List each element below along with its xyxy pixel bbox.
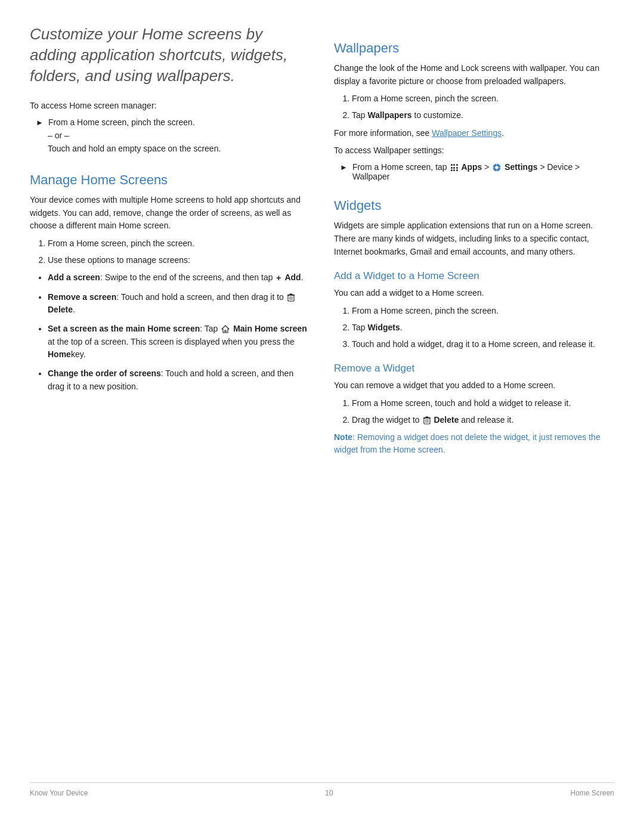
svg-rect-12 [424,418,430,424]
wallpaper-settings-link[interactable]: Wallpaper Settings [432,128,501,138]
wallpapers-body: Change the look of the Home and Lock scr… [334,62,614,88]
manage-steps: From a Home screen, pinch the screen. Us… [42,237,310,267]
aw-step3: Touch and hold a widget, drag it to a Ho… [352,338,614,351]
arrow-icon2: ► [340,163,348,172]
manage-step1: From a Home screen, pinch the screen. [48,237,310,250]
apps-grid-icon [451,164,458,171]
or-divider: – or – [48,131,310,140]
widgets-title: Widgets [334,198,614,213]
widgets-body: Widgets are simple application extension… [334,219,614,258]
plus-icon: + [276,272,281,285]
note-text: Note: Removing a widget does not delete … [334,431,614,456]
remove-widget-body: You can remove a widget that you added t… [334,379,614,392]
intro-title: Customize your Home screens by adding ap… [30,24,310,86]
trash-icon2 [423,416,431,425]
add-widget-steps: From a Home screen, pinch the screen. Ta… [346,305,614,351]
touch-text: Touch and hold an empty space on the scr… [48,143,310,156]
svg-rect-0 [288,295,294,301]
main-content: Customize your Home screens by adding ap… [30,24,614,764]
change-order-label: Change the order of screens: Touch and h… [48,368,293,391]
footer: Know Your Device 10 Home Screen [30,782,614,797]
arrow-icon: ► [36,118,44,127]
pinch-text: From a Home screen, pinch the screen. [48,117,195,127]
w-step2: Tap Wallpapers to customize. [352,109,614,122]
svg-point-7 [496,166,499,169]
add-widget-body: You can add a widget to a Home screen. [334,287,614,300]
add-screen-bullet: Add a screen: Swipe to the end of the sc… [48,271,310,284]
w-step1: From a Home screen, pinch the screen. [352,92,614,106]
svg-rect-13 [426,419,426,423]
svg-rect-1 [290,296,290,300]
aw-step1: From a Home screen, pinch the screen. [352,305,614,318]
manage-body: Your device comes with multiple Home scr… [30,194,310,233]
add-widget-title: Add a Widget to a Home Screen [334,270,614,282]
wallpaper-bullet-text: From a Home screen, tap Apps > [352,162,614,181]
wallpaper-settings-bullet: ► From a Home screen, tap Apps > [340,162,614,181]
remove-widget-steps: From a Home screen, touch and hold a wid… [346,397,614,426]
svg-rect-15 [423,417,431,419]
manage-bullets: Add a screen: Swipe to the end of the sc… [42,271,310,393]
remove-widget-title: Remove a Widget [334,363,614,374]
access-label: To access Home screen manager: [30,101,310,110]
manage-step2: Use these options to manage screens: [48,254,310,267]
change-order-bullet: Change the order of screens: Touch and h… [48,367,310,393]
rw-step2: Drag the widget to Delete and release it… [352,414,614,427]
for-more: For more information, see Wallpaper Sett… [334,127,614,140]
set-main-label: Set a screen as the main Home screen: Ta… [48,324,307,359]
rw-step1: From a Home screen, touch and hold a wid… [352,397,614,410]
wallpapers-steps: From a Home screen, pinch the screen. Ta… [346,92,614,122]
footer-center: 10 [325,789,333,797]
settings-circle-icon [493,163,501,172]
access-wallpaper-label: To access Wallpaper settings: [334,144,614,157]
wallpapers-title: Wallpapers [334,41,614,56]
set-main-screen-bullet: Set a screen as the main Home screen: Ta… [48,323,310,361]
right-column: Wallpapers Change the look of the Home a… [334,24,614,764]
home-icon [221,325,230,333]
svg-marker-5 [222,326,229,333]
svg-rect-3 [287,295,295,296]
trash-icon [287,293,295,302]
pinch-bullet: ► From a Home screen, pinch the screen. [36,117,310,127]
aw-step2: Tap Widgets. [352,321,614,335]
footer-right: Home Screen [571,789,614,797]
svg-rect-2 [292,296,292,300]
svg-rect-16 [425,416,428,417]
remove-screen-bullet: Remove a screen: Touch and hold a screen… [48,291,310,317]
page-container: Customize your Home screens by adding ap… [0,0,644,833]
add-screen-label: Add a screen: Swipe to the end of the sc… [48,272,304,282]
remove-screen-label: Remove a screen: Touch and hold a screen… [48,292,296,315]
svg-rect-4 [289,293,292,295]
left-column: Customize your Home screens by adding ap… [30,24,310,764]
footer-left: Know Your Device [30,789,88,797]
svg-rect-14 [428,419,428,423]
manage-title: Manage Home Screens [30,172,310,188]
